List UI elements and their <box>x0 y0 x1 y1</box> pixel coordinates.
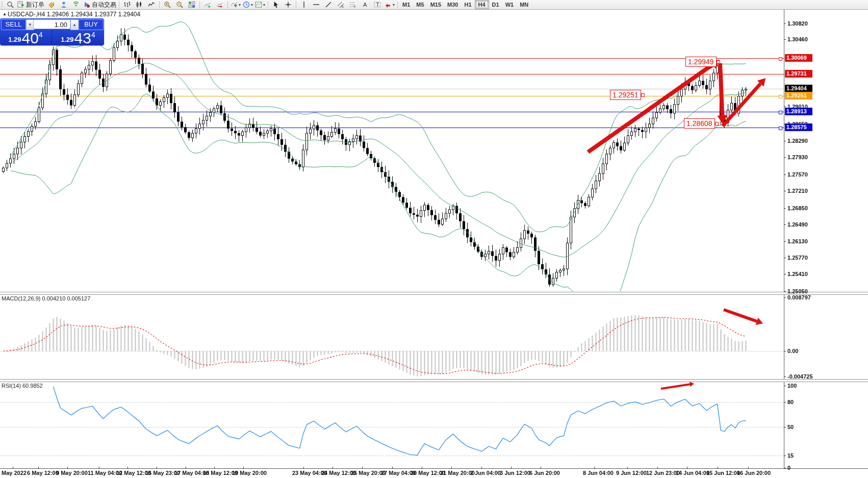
hline-icon <box>313 1 320 8</box>
timeframe-h1-button[interactable]: H1 <box>461 1 474 9</box>
toolbar-separator <box>119 1 119 8</box>
templates-button[interactable]: ▾ <box>254 1 266 9</box>
buy-button[interactable]: BUY <box>79 19 104 30</box>
line-handle[interactable] <box>779 57 782 61</box>
chart-line-button[interactable] <box>145 1 158 9</box>
timeframe-m5-button[interactable]: M5 <box>413 1 427 9</box>
annotation-handle[interactable] <box>717 60 720 64</box>
time-axis-tick <box>13 467 13 469</box>
search-icon <box>7 1 14 8</box>
profile-button[interactable] <box>58 1 70 9</box>
horizontal-line-button[interactable] <box>310 1 322 9</box>
timeframe-mn-button[interactable]: MN <box>517 1 531 9</box>
cursor-button[interactable] <box>270 1 282 9</box>
chevron-down-icon[interactable]: ▾ <box>239 3 241 7</box>
rsi-axis-tick <box>784 402 786 402</box>
time-axis-tick <box>362 467 363 469</box>
rsi-panel-divider[interactable] <box>0 379 868 382</box>
chevron-down-icon[interactable]: ▾ <box>393 3 395 7</box>
rsi-axis-label: 0 <box>787 465 790 471</box>
line-handle[interactable] <box>779 111 782 114</box>
tile-windows-button[interactable] <box>186 1 198 9</box>
arrows-button[interactable]: ▾ <box>384 1 396 9</box>
macd-axis-label: -0.004725 <box>787 373 813 380</box>
autoscroll-icon <box>204 1 211 8</box>
toolbar-separator <box>227 1 228 8</box>
price-tag-1.30069: 1.30069 <box>785 54 812 62</box>
time-axis-label: 9 May 20:00 <box>56 470 88 476</box>
volume-increase-button[interactable]: ▲ <box>70 19 79 30</box>
price-axis-tick-label: 1.28290 <box>787 138 808 144</box>
volume-input[interactable]: 1.00 <box>33 19 70 29</box>
price-tag-1.28913: 1.28913 <box>785 108 812 115</box>
zoom-out-button[interactable] <box>173 1 186 9</box>
chart-bars-button[interactable] <box>121 1 133 9</box>
price-axis-tick <box>784 23 786 24</box>
timeframe-m1-button[interactable]: M1 <box>399 1 413 9</box>
time-axis-tick <box>657 467 658 469</box>
vline-icon <box>300 1 308 8</box>
buy-price-big: 43 <box>74 32 91 45</box>
time-axis-tick <box>157 467 157 469</box>
price-label-low[interactable]: 1.28608 <box>684 118 715 129</box>
price-label-high[interactable]: 1.29949 <box>685 57 717 67</box>
chevron-down-icon[interactable]: ▾ <box>263 3 265 7</box>
price-axis-tick <box>784 208 786 209</box>
zoom-in-button[interactable] <box>161 1 173 9</box>
sell-price[interactable]: 1.29 40 4 <box>0 30 51 45</box>
vertical-line-button[interactable] <box>298 1 310 9</box>
text-label-button[interactable]: T <box>371 1 384 9</box>
fibonacci-button[interactable]: F <box>347 1 359 9</box>
time-axis-tick <box>627 467 628 469</box>
new-order-button[interactable]: 新订单 <box>16 1 45 9</box>
time-axis-label: 3 Jun 12:00 <box>500 470 530 476</box>
timeframe-h4-button[interactable]: H4 <box>475 0 489 9</box>
styles-button[interactable] <box>45 1 58 9</box>
symbol-search-button[interactable] <box>4 1 16 9</box>
candlestick-chart-canvas[interactable] <box>0 0 868 478</box>
fibo-icon: F <box>349 1 356 8</box>
text-button[interactable]: A <box>359 1 371 9</box>
chart-candles-button[interactable] <box>133 1 145 9</box>
line-handle[interactable] <box>779 127 782 130</box>
chart-shift-button[interactable] <box>214 1 226 9</box>
macd-indicator-label: MACD(12,26,9) 0.004210 0.005127 <box>2 295 90 301</box>
periods-button[interactable]: ▾ <box>242 1 254 9</box>
toolbar-separator <box>296 1 296 8</box>
equidistant-channel-button[interactable]: E <box>335 1 347 9</box>
autotrade-button[interactable]: 自动交易 <box>82 1 117 9</box>
annotation-handle[interactable] <box>715 122 719 125</box>
sell-button[interactable]: SELL <box>1 19 26 30</box>
time-axis-label: May 2022 <box>2 470 27 476</box>
chevron-down-icon[interactable]: ▾ <box>251 3 253 7</box>
timeframe-w1-button[interactable]: W1 <box>502 1 517 9</box>
timeframe-m15-button[interactable]: M15 <box>427 1 444 9</box>
price-label-mid[interactable]: 1.29251 <box>610 90 641 100</box>
candles-icon <box>136 1 143 8</box>
trendline-button[interactable] <box>322 1 335 9</box>
timeframe-d1-button[interactable]: D1 <box>489 1 502 9</box>
time-axis-label: 6 May 12:00 <box>27 470 59 476</box>
macd-panel-divider[interactable] <box>0 292 868 295</box>
signals-button[interactable] <box>70 1 82 9</box>
one-click-collapse-icon[interactable]: ▲ <box>3 12 7 16</box>
crosshair-button[interactable] <box>282 1 294 9</box>
timeframe-m30-button[interactable]: M30 <box>444 1 461 9</box>
annotation-handle[interactable] <box>641 93 645 97</box>
chartshift-icon <box>216 1 223 8</box>
time-axis-label: 6 Jun 20:00 <box>529 470 560 476</box>
price-axis-tick-label: 1.25050 <box>787 288 808 294</box>
time-axis-tick <box>718 467 718 469</box>
buy-price[interactable]: 1.29 43 4 <box>53 30 104 45</box>
price-axis-tick <box>784 258 786 258</box>
indicators-button[interactable]: ▾ <box>229 1 242 9</box>
auto-scroll-button[interactable] <box>201 1 214 9</box>
clock-icon <box>243 1 250 8</box>
line-handle[interactable] <box>779 95 782 98</box>
rsi-axis-label: 15 <box>787 452 794 459</box>
chart-title: USDCAD-,H4 1.29406 1.29434 1.29377 1.294… <box>8 11 140 18</box>
rsi-axis-tick <box>784 468 786 468</box>
sell-price-prefix: 1.29 <box>8 36 21 43</box>
price-axis-tick <box>784 174 786 175</box>
shapes-icon <box>385 1 392 8</box>
